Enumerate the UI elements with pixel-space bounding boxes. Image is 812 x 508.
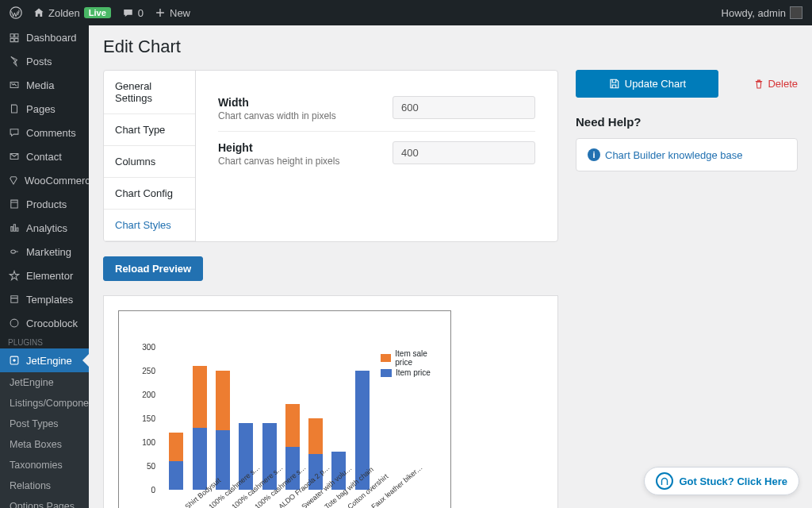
sidebar-item-products[interactable]: Products — [0, 192, 89, 216]
reload-preview-button[interactable]: Reload Preview — [103, 256, 203, 281]
bar-item-sale-price — [216, 371, 230, 430]
legend-label: Item price — [396, 368, 431, 377]
bar-item-price — [193, 428, 207, 490]
tab-chart-styles[interactable]: Chart Styles — [104, 210, 195, 241]
field-height: Height Chart canvas height in pixels — [218, 132, 535, 176]
help-title: Need Help? — [576, 115, 798, 129]
width-input[interactable] — [393, 96, 535, 119]
submenu-item-jetengine[interactable]: JetEngine — [0, 372, 89, 393]
trash-icon — [753, 79, 764, 90]
delete-link[interactable]: Delete — [753, 78, 798, 90]
legend-label: Item sale price — [395, 349, 444, 367]
new-label: New — [170, 7, 190, 19]
y-tick-label: 200 — [136, 391, 155, 399]
sidebar-item-comments[interactable]: Comments — [0, 121, 89, 144]
bar-item-sale-price — [308, 418, 323, 454]
tab-chart-type[interactable]: Chart Type — [104, 114, 195, 146]
wordpress-icon — [10, 6, 22, 19]
chart-legend: Item sale priceItem price — [381, 349, 444, 379]
admin-bar: Zolden Live 0 New Howdy, admin — [0, 0, 812, 25]
sidebar-label: Crocoblock — [26, 318, 78, 329]
sidebar-item-marketing[interactable]: Marketing — [0, 240, 89, 264]
settings-tabs: General SettingsChart TypeColumnsChart C… — [104, 71, 196, 241]
sidebar-item-woocommerce[interactable]: WooCommerce — [0, 168, 89, 192]
menu-icon — [8, 55, 21, 67]
sidebar-item-templates[interactable]: Templates — [0, 287, 89, 311]
submenu-item-post-types[interactable]: Post Types — [0, 414, 89, 434]
sidebar-label: Templates — [26, 294, 73, 306]
sidebar-item-media[interactable]: Media — [0, 73, 89, 97]
y-tick-label: 300 — [136, 343, 155, 352]
got-stuck-widget[interactable]: Got Stuck? Click Here — [644, 467, 799, 495]
menu-icon — [8, 317, 21, 329]
site-link[interactable]: Zolden Live — [33, 7, 111, 19]
menu-icon — [8, 293, 21, 306]
new-link[interactable]: New — [155, 7, 190, 19]
jetengine-icon — [8, 354, 21, 367]
headset-icon — [656, 472, 673, 490]
menu-icon — [8, 31, 21, 44]
menu-icon — [8, 126, 21, 139]
help-link[interactable]: i Chart Builder knowledge base — [588, 148, 786, 161]
y-tick-label: 250 — [136, 367, 155, 375]
sidebar-item-dashboard[interactable]: Dashboard — [0, 25, 89, 49]
sidebar-label: JetEngine — [26, 355, 72, 367]
chart-preview-box: Item sale priceItem price 05010015020025… — [103, 295, 558, 508]
sidebar-item-jetengine[interactable]: JetEngine — [0, 348, 89, 372]
plus-icon — [155, 7, 166, 18]
info-icon: i — [588, 148, 600, 161]
home-icon — [33, 7, 44, 18]
sidebar-item-crocoblock[interactable]: Crocoblock — [0, 311, 89, 335]
update-label: Update Chart — [625, 78, 686, 90]
save-icon — [608, 78, 620, 90]
menu-icon — [8, 198, 21, 210]
sidebar-label: Analytics — [26, 222, 67, 234]
bar-item-sale-price — [169, 433, 183, 461]
howdy-link[interactable]: Howdy, admin — [722, 6, 802, 19]
bar-group — [216, 371, 230, 490]
submenu-item-relations[interactable]: Relations — [0, 475, 89, 496]
wp-logo[interactable] — [10, 6, 22, 19]
section-plugins: Plugins — [0, 335, 89, 348]
got-stuck-text: Got Stuck? Click Here — [679, 475, 787, 487]
submenu-item-taxonomies[interactable]: Taxonomies — [0, 455, 89, 475]
howdy-text: Howdy, admin — [722, 7, 786, 19]
legend-swatch — [381, 369, 392, 377]
y-tick-label: 100 — [136, 438, 155, 447]
menu-icon — [8, 79, 21, 91]
height-hint: Chart canvas height in pixels — [218, 156, 339, 167]
update-chart-button[interactable]: Update Chart — [576, 70, 718, 98]
sidebar-item-contact[interactable]: Contact — [0, 144, 89, 168]
tab-columns[interactable]: Columns — [104, 146, 195, 178]
comments-link[interactable]: 0 — [122, 7, 144, 19]
chart-canvas: Item sale priceItem price 05010015020025… — [118, 310, 451, 508]
menu-icon — [8, 150, 21, 163]
sidebar-item-analytics[interactable]: Analytics — [0, 216, 89, 240]
sidebar-label: Products — [26, 198, 67, 210]
main-content: Edit Chart General SettingsChart TypeCol… — [89, 25, 812, 508]
help-link-text: Chart Builder knowledge base — [605, 149, 742, 161]
bar-item-price — [169, 461, 183, 490]
settings-panel: General SettingsChart TypeColumnsChart C… — [103, 70, 558, 242]
menu-icon — [8, 221, 21, 234]
menu-icon — [8, 245, 21, 258]
sidebar-item-posts[interactable]: Posts — [0, 49, 89, 73]
bar-item-sale-price — [193, 366, 207, 428]
submenu-item-options-pages[interactable]: Options Pages — [0, 496, 89, 508]
height-input[interactable] — [393, 141, 535, 164]
legend-entry: Item price — [381, 368, 444, 377]
tab-chart-config[interactable]: Chart Config — [104, 178, 195, 210]
tab-general-settings[interactable]: General Settings — [104, 71, 195, 114]
sidebar-item-elementor[interactable]: Elementor — [0, 264, 89, 287]
live-badge: Live — [84, 7, 111, 18]
sidebar-item-pages[interactable]: Pages — [0, 97, 89, 121]
width-label: Width — [218, 96, 336, 109]
sidebar-label: Contact — [26, 151, 62, 163]
submenu-item-listings-components[interactable]: Listings/Components — [0, 393, 89, 414]
comments-count: 0 — [138, 7, 144, 19]
menu-icon — [8, 102, 21, 115]
submenu-item-meta-boxes[interactable]: Meta Boxes — [0, 434, 89, 455]
sidebar-label: Marketing — [26, 246, 71, 258]
sidebar-label: Dashboard — [26, 32, 77, 44]
comment-icon — [122, 7, 134, 19]
